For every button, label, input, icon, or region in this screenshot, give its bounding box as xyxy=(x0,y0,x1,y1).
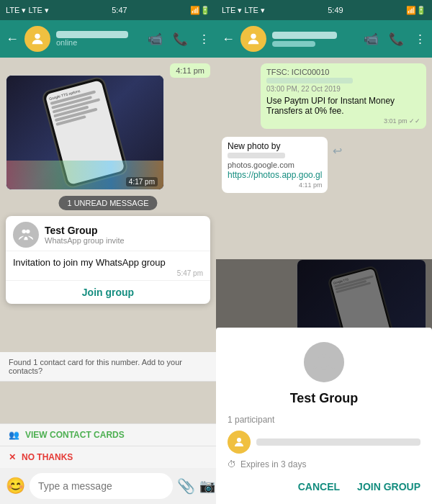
modal-group-avatar xyxy=(304,342,344,382)
svg-point-5 xyxy=(324,354,330,360)
join-group-button[interactable]: Join group xyxy=(6,280,210,304)
message-time-right: 4:11 pm xyxy=(170,63,210,78)
upi-time-label: 03:00 PM, 22 Oct 2019 xyxy=(266,85,420,93)
upi-message-bubble: TFSC: ICIC00010 03:00 PM, 22 Oct 2019 Us… xyxy=(261,63,426,129)
contact-avatar-right xyxy=(240,26,266,52)
message-input-left[interactable] xyxy=(30,473,173,499)
contact-status-left: online xyxy=(56,38,142,47)
right-battery-icon: 📶🔋 xyxy=(406,6,426,15)
chat-header-right: ← 📹 📞 ⋮ xyxy=(216,20,432,58)
modal-cancel-button[interactable]: CANCEL xyxy=(298,481,340,492)
left-network-icons: LTE ▾ LTE ▾ xyxy=(6,6,49,15)
video-call-icon-right[interactable]: 📹 xyxy=(364,32,379,47)
clock-icon: ⏱ xyxy=(228,459,236,469)
photo-msg-text: New photo by xyxy=(228,141,322,158)
status-bar-right: LTE ▾ LTE ▾ 5:49 📶🔋 xyxy=(216,0,432,20)
modal-join-button[interactable]: JOIN GROUP xyxy=(357,481,420,492)
photo-domain: photos.google.com xyxy=(228,161,294,169)
header-icons-left: 📹 📞 ⋮ xyxy=(148,32,210,47)
photo-link[interactable]: https://photos.app.goo.gl xyxy=(228,170,322,180)
invite-card: Test Group WhatsApp group invite Invitat… xyxy=(6,216,210,304)
chat-header-left: ← online 📹 📞 ⋮ xyxy=(0,20,216,58)
invite-time: 5:47 pm xyxy=(6,269,210,280)
close-icon-contact: ✕ xyxy=(9,452,16,462)
view-contact-cards-button[interactable]: 👥 VIEW CONTACT CARDS xyxy=(0,424,216,446)
unread-banner: 1 UNREAD MESSAGE xyxy=(58,196,157,210)
invite-message: Invitation to join my WhatsApp group xyxy=(6,251,210,269)
right-time: 5:49 xyxy=(328,6,343,14)
contact-info-left: online xyxy=(56,31,142,47)
svg-point-6 xyxy=(237,438,241,442)
invite-group-avatar xyxy=(13,222,39,248)
image-msg-time: 4:17 pm xyxy=(126,177,158,186)
forward-icon[interactable]: ↩ xyxy=(333,144,342,158)
invite-header-text: Test Group WhatsApp group invite xyxy=(45,225,125,245)
participant-name-bar xyxy=(256,438,420,446)
modal-expires: ⏱ Expires in 3 days xyxy=(228,459,420,469)
modal-group-name: Test Group xyxy=(228,391,420,406)
svg-point-3 xyxy=(251,34,256,39)
menu-icon[interactable]: ⋮ xyxy=(198,32,210,47)
contact-name-bar-left xyxy=(56,31,142,38)
right-network-icons: LTE ▾ LTE ▾ xyxy=(222,6,265,15)
upi-ref-label: TFSC: ICIC00010 xyxy=(266,68,420,76)
modal-participant-count: 1 participant xyxy=(228,415,420,425)
attach-button[interactable]: 📎 xyxy=(177,477,195,495)
contact-suggestion-text: Found 1 contact card for this number. Ad… xyxy=(0,352,216,382)
modal-buttons: CANCEL JOIN GROUP xyxy=(228,481,420,492)
participant-avatar xyxy=(228,431,251,454)
contact-avatar-left xyxy=(24,26,50,52)
right-chat-panel: LTE ▾ LTE ▾ 5:49 📶🔋 ← 📹 📞 ⋮ TFSC: ICIC00… xyxy=(216,0,432,504)
menu-icon-right[interactable]: ⋮ xyxy=(414,32,426,47)
contact-info-right xyxy=(272,32,358,47)
back-button[interactable]: ← xyxy=(6,32,19,47)
message-input-bar-left: 😊 📎 📷 🎤 xyxy=(0,468,216,504)
svg-point-0 xyxy=(35,34,40,39)
left-time: 5:47 xyxy=(112,6,127,14)
header-icons-right: 📹 📞 ⋮ xyxy=(364,32,426,47)
video-call-icon[interactable]: 📹 xyxy=(148,32,163,47)
emoji-button[interactable]: 😊 xyxy=(6,477,25,495)
call-icon[interactable]: 📞 xyxy=(173,32,188,47)
participant-row xyxy=(228,431,420,454)
photo-time: 4:11 pm xyxy=(228,181,322,189)
left-chat-panel: LTE ▾ LTE ▾ 5:47 📶🔋 ← online 📹 📞 ⋮ 4:11 … xyxy=(0,0,216,504)
chat-messages-right: TFSC: ICIC00010 03:00 PM, 22 Oct 2019 Us… xyxy=(216,58,432,504)
call-icon-right[interactable]: 📞 xyxy=(389,32,404,47)
invite-card-header: Test Group WhatsApp group invite xyxy=(6,216,210,251)
no-thanks-button[interactable]: ✕ NO THANKS xyxy=(0,446,216,468)
people-icon: 👥 xyxy=(9,430,19,440)
chat-messages-left: 4:11 pm Google TTS options xyxy=(0,58,216,504)
svg-point-1 xyxy=(22,230,27,234)
camera-button[interactable]: 📷 xyxy=(199,478,215,494)
paytm-time: 3:01 pm ✓✓ xyxy=(266,117,420,125)
invite-group-name: Test Group xyxy=(45,225,125,236)
modal-card: Test Group 1 participant ⏱ Expires in 3 … xyxy=(216,328,432,504)
svg-point-2 xyxy=(26,230,30,234)
image-message-left: Google TTS options 4:17 pm xyxy=(6,75,164,190)
paytm-message: Use Paytm UPI for Instant Money Transfer… xyxy=(266,96,420,116)
svg-point-4 xyxy=(318,354,324,360)
photo-message-bubble: New photo by photos.google.com https://p… xyxy=(222,137,328,193)
left-battery-icon: 📶🔋 xyxy=(190,6,210,15)
status-bar-left: LTE ▾ LTE ▾ 5:47 📶🔋 xyxy=(0,0,216,20)
back-button-right[interactable]: ← xyxy=(222,32,235,47)
invite-group-sub: WhatsApp group invite xyxy=(45,236,125,245)
group-invite-modal: Test Group 1 participant ⏱ Expires in 3 … xyxy=(216,259,432,504)
